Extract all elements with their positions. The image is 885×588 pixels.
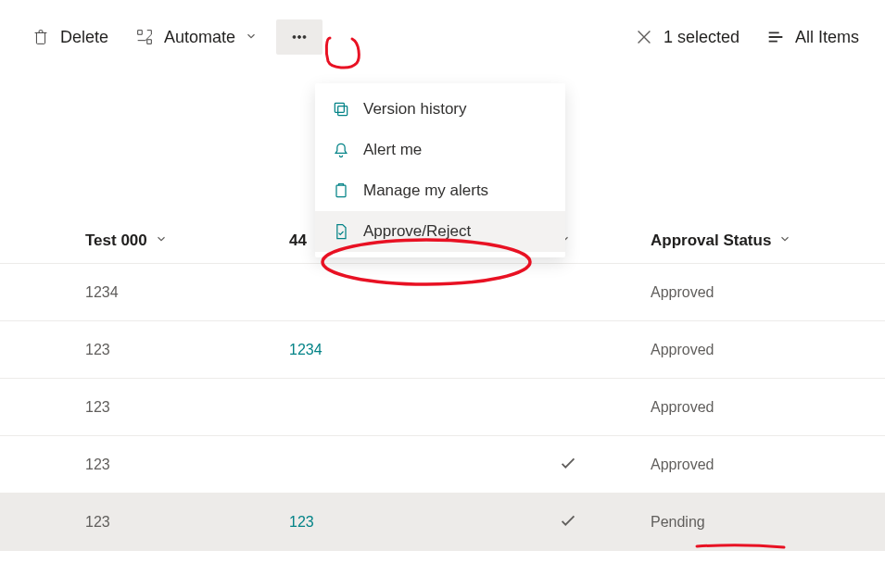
list-view: Test 000 44 Approval Status 1234 Approve… xyxy=(0,218,885,551)
col2-label: 44 xyxy=(289,231,307,250)
automate-label: Automate xyxy=(164,28,235,47)
delete-label: Delete xyxy=(60,28,108,47)
view-name: All Items xyxy=(795,28,859,47)
column-header-approval[interactable]: Approval Status xyxy=(651,231,885,250)
delete-button[interactable]: Delete xyxy=(23,21,116,53)
table-row[interactable]: 123 1234 Approved xyxy=(0,321,885,379)
table-row[interactable]: 123 Approved xyxy=(0,379,885,436)
col1-label: Test 000 xyxy=(85,231,147,250)
chevron-down-icon xyxy=(778,231,791,250)
chevron-down-icon xyxy=(245,28,258,47)
menu-approve-reject[interactable]: Approve/Reject xyxy=(315,211,565,252)
cell-status: Pending xyxy=(651,514,885,531)
col4-label: Approval Status xyxy=(651,231,771,250)
svg-point-0 xyxy=(293,36,296,39)
svg-rect-5 xyxy=(336,185,346,197)
view-switcher[interactable]: All Items xyxy=(758,21,866,53)
list-icon xyxy=(765,27,786,47)
selection-count: 1 selected xyxy=(664,28,740,47)
cell-status: Approved xyxy=(651,399,885,416)
command-bar: Delete Automate 1 selected All Items xyxy=(0,0,885,74)
column-header-blank[interactable] xyxy=(558,231,651,250)
more-actions-menu: Version history Alert me Manage my alert… xyxy=(315,83,565,257)
clear-selection-button[interactable]: 1 selected xyxy=(626,21,747,53)
chevron-down-icon xyxy=(155,231,168,250)
document-check-icon xyxy=(332,222,350,241)
cell-status: Approved xyxy=(651,342,885,358)
menu-approve-label: Approve/Reject xyxy=(363,222,471,241)
automate-button[interactable]: Automate xyxy=(127,21,265,53)
more-horizontal-icon xyxy=(289,27,310,47)
svg-point-2 xyxy=(303,36,306,39)
menu-alert-me[interactable]: Alert me xyxy=(315,130,565,170)
menu-version-label: Version history xyxy=(363,100,467,119)
column-header-test000[interactable]: Test 000 xyxy=(85,231,289,250)
table-row[interactable]: 123 Approved xyxy=(0,436,885,494)
trash-icon xyxy=(31,27,51,47)
bell-icon xyxy=(332,141,350,159)
svg-point-1 xyxy=(298,36,301,39)
flow-icon xyxy=(134,27,155,47)
version-icon xyxy=(332,100,350,119)
check-icon xyxy=(558,510,651,533)
cell-44[interactable]: 1234 xyxy=(289,342,558,358)
table-row[interactable]: 1234 Approved xyxy=(0,264,885,321)
cell-44[interactable]: 123 xyxy=(289,514,558,531)
cell-status: Approved xyxy=(651,457,885,473)
cell-test000: 1234 xyxy=(85,284,289,301)
cell-test000: 123 xyxy=(85,457,289,473)
clipboard-icon xyxy=(332,181,350,200)
cell-test000: 123 xyxy=(85,514,289,531)
svg-rect-4 xyxy=(338,106,348,116)
cell-test000: 123 xyxy=(85,342,289,358)
more-actions-button[interactable] xyxy=(276,19,322,55)
cell-status: Approved xyxy=(651,284,885,301)
table-row[interactable]: 123 123 Pending xyxy=(0,494,885,551)
menu-manage-alerts[interactable]: Manage my alerts xyxy=(315,170,565,211)
svg-rect-3 xyxy=(335,103,344,112)
check-icon xyxy=(558,453,651,476)
close-icon xyxy=(634,27,654,47)
menu-manage-label: Manage my alerts xyxy=(363,181,488,200)
cell-test000: 123 xyxy=(85,399,289,416)
menu-version-history[interactable]: Version history xyxy=(315,89,565,130)
menu-alert-label: Alert me xyxy=(363,141,422,159)
